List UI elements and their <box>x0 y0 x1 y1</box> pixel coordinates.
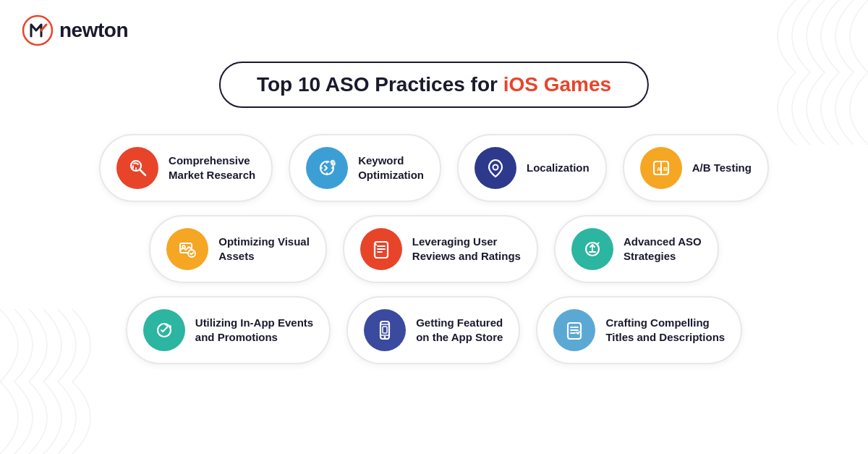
row-3: Utilizing In-App Eventsand Promotions Ge… <box>36 296 832 364</box>
localization-icon <box>475 147 516 189</box>
svg-point-24 <box>384 336 386 338</box>
logo-text: newton <box>59 19 128 42</box>
advanced-aso-strategies-icon <box>571 228 613 270</box>
svg-text:🕐: 🕐 <box>331 161 336 167</box>
cards-grid: ComprehensiveMarket Research 🕐 KeywordOp… <box>36 134 832 364</box>
card-label-crafting-compelling-titles: Crafting CompellingTitles and Descriptio… <box>605 316 725 345</box>
card-label-leveraging-user-reviews: Leveraging UserReviews and Ratings <box>412 235 521 264</box>
card-label-getting-featured: Getting Featuredon the App Store <box>416 316 503 345</box>
card-advanced-aso-strategies: Advanced ASOStrategies <box>554 215 719 283</box>
comprehensive-market-research-icon <box>116 147 158 189</box>
svg-point-20 <box>169 325 171 328</box>
card-label-utilizing-in-app-events: Utilizing In-App Eventsand Promotions <box>195 316 313 345</box>
card-crafting-compelling-titles: Crafting CompellingTitles and Descriptio… <box>536 296 742 364</box>
card-label-ab-testing: A/B Testing <box>692 161 752 175</box>
card-label-localization: Localization <box>527 161 590 175</box>
svg-line-2 <box>140 170 146 176</box>
card-utilizing-in-app-events: Utilizing In-App Eventsand Promotions <box>126 296 331 364</box>
svg-text:B: B <box>663 166 668 172</box>
title-prefix: Top 10 ASO Practices for <box>257 73 503 96</box>
wave-top-right-decoration <box>723 0 868 145</box>
card-ab-testing: A B A/B Testing <box>623 134 769 202</box>
card-label-keyword-optimization: KeywordOptimization <box>358 154 424 183</box>
svg-text:A: A <box>657 166 661 172</box>
title-container: Top 10 ASO Practices for iOS Games <box>219 62 649 108</box>
optimizing-visual-assets-icon <box>166 228 208 270</box>
card-label-optimizing-visual-assets: Optimizing VisualAssets <box>218 235 310 264</box>
ab-testing-icon: A B <box>640 147 682 189</box>
row-2: Optimizing VisualAssets Leveraging UserR… <box>36 215 832 283</box>
keyword-optimization-icon: 🕐 <box>306 147 348 189</box>
svg-rect-26 <box>568 323 581 339</box>
title-highlight: iOS Games <box>503 73 611 96</box>
card-label-comprehensive-market-research: ComprehensiveMarket Research <box>169 154 255 183</box>
card-keyword-optimization: 🕐 KeywordOptimization <box>289 134 441 202</box>
card-comprehensive-market-research: ComprehensiveMarket Research <box>99 134 273 202</box>
card-localization: Localization <box>457 134 607 202</box>
crafting-compelling-titles-icon <box>553 309 595 351</box>
card-leveraging-user-reviews: Leveraging UserReviews and Ratings <box>343 215 538 283</box>
getting-featured-icon <box>364 309 406 351</box>
leveraging-user-reviews-icon <box>360 228 402 270</box>
card-getting-featured: Getting Featuredon the App Store <box>346 296 520 364</box>
svg-rect-25 <box>383 327 387 333</box>
card-label-advanced-aso-strategies: Advanced ASOStrategies <box>624 235 702 264</box>
svg-point-6 <box>493 165 498 170</box>
row-1: ComprehensiveMarket Research 🕐 KeywordOp… <box>36 134 832 202</box>
card-optimizing-visual-assets: Optimizing VisualAssets <box>149 215 327 283</box>
utilizing-in-app-events-icon <box>143 309 185 351</box>
logo: newton <box>22 14 128 46</box>
svg-point-0 <box>23 16 52 45</box>
logo-icon <box>22 14 54 46</box>
